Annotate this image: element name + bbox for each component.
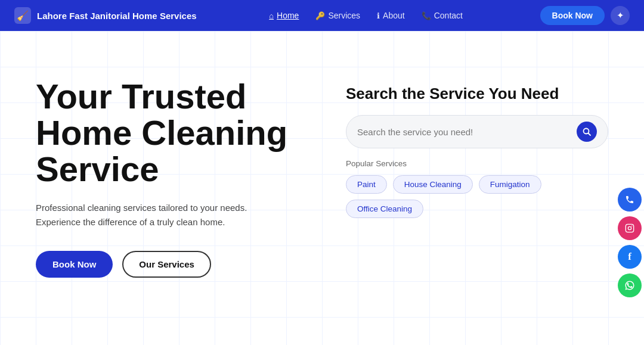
whatsapp-icon [624,280,635,291]
navbar-right: Book Now ✦ [535,6,630,25]
hero-right: Search the Service You Need Popular Serv… [346,79,608,218]
brand-icon: 🧹 [14,7,31,24]
svg-point-3 [628,226,631,229]
tag-office-cleaning[interactable]: Office Cleaning [346,200,423,218]
home-icon: ⌂ [269,11,274,20]
facebook-icon: f [628,251,631,263]
whatsapp-social-button[interactable] [618,273,642,297]
nav-services[interactable]: 🔑 Services [315,11,360,20]
tag-house-cleaning[interactable]: House Cleaning [393,175,473,194]
phone-icon [625,195,634,204]
navbar-book-now-button[interactable]: Book Now [540,6,605,25]
book-now-button[interactable]: Book Now [36,251,113,278]
key-icon: 🔑 [315,11,325,20]
phone-social-button[interactable] [618,188,642,212]
search-title: Search the Service You Need [346,85,608,103]
hero-title: Your Trusted Home Cleaning Service [36,79,322,188]
info-icon: ℹ [377,11,380,20]
brand: 🧹 Lahore Fast Janitorial Home Services [14,7,197,24]
navbar: 🧹 Lahore Fast Janitorial Home Services ⌂… [0,0,644,31]
nav-home[interactable]: ⌂ Home [269,11,299,20]
hero-subtitle: Professional cleaning services tailored … [36,201,262,229]
svg-line-1 [589,133,591,136]
hero-buttons: Book Now Our Services [36,251,322,278]
social-float: f [618,188,644,297]
instagram-icon [625,223,634,233]
popular-label: Popular Services [346,159,608,168]
our-services-button[interactable]: Our Services [122,251,211,278]
brand-icon-glyph: 🧹 [17,10,29,21]
facebook-social-button[interactable]: f [618,245,642,269]
search-icon [583,128,591,136]
svg-point-4 [631,226,633,227]
nav-links: ⌂ Home 🔑 Services ℹ About 📞 Contact [269,11,463,20]
search-button[interactable] [577,122,597,142]
tag-fumigation[interactable]: Fumigation [479,175,541,194]
hero-content: Your Trusted Home Cleaning Service Profe… [0,31,644,278]
search-input[interactable] [357,127,572,137]
popular-tags: Paint House Cleaning Fumigation Office C… [346,175,608,218]
instagram-social-button[interactable] [618,216,642,240]
tag-paint[interactable]: Paint [346,175,387,194]
theme-icon: ✦ [617,10,624,21]
nav-contact[interactable]: 📞 Contact [422,11,463,20]
nav-about[interactable]: ℹ About [377,11,405,20]
brand-name: Lahore Fast Janitorial Home Services [37,11,197,21]
phone-nav-icon: 📞 [422,11,431,20]
svg-rect-2 [626,224,633,232]
theme-toggle-button[interactable]: ✦ [611,6,630,25]
hero-section: Your Trusted Home Cleaning Service Profe… [0,31,644,345]
search-box [346,115,608,148]
hero-left: Your Trusted Home Cleaning Service Profe… [36,79,322,278]
